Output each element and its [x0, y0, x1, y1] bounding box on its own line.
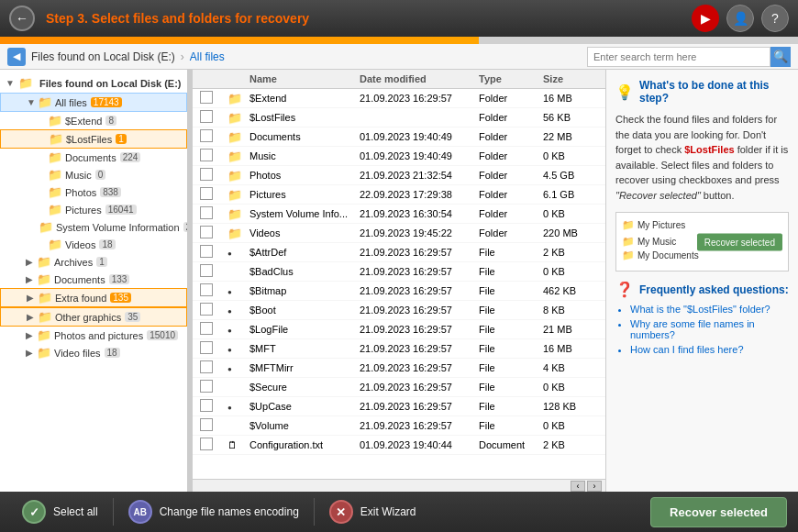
table-row[interactable]: ● $Boot 21.09.2023 16:29:57 File 8 KB — [193, 301, 605, 320]
table-row[interactable]: ● $Bitmap 21.09.2023 16:29:57 File 462 K… — [193, 282, 605, 301]
row-checkbox[interactable] — [200, 303, 227, 317]
preview-folder-icon: 📁 — [622, 249, 635, 261]
help-button[interactable]: ? — [761, 5, 789, 32]
table-row[interactable]: 📁 $Extend 21.09.2023 16:29:57 Folder 16 … — [193, 89, 605, 108]
encode-label: Change file names encoding — [160, 505, 299, 518]
help-body-text: Check the found files and folders for th… — [615, 112, 789, 203]
tree-item-documents[interactable]: 📁 Documents 224 — [0, 149, 187, 166]
row-checkbox[interactable] — [200, 129, 227, 144]
tree-item-photos[interactable]: 📁 Photos 838 — [0, 183, 187, 201]
preview-item-label: My Documents — [637, 250, 699, 260]
row-size: 6.1 GB — [543, 189, 598, 200]
encode-button[interactable]: AB Change file names encoding — [117, 496, 310, 527]
tree-item-extend[interactable]: 📁 $Extend 8 — [0, 112, 187, 129]
row-checkbox[interactable] — [200, 438, 227, 452]
tree-item-documents2[interactable]: ▶ 📁 Documents 133 — [0, 271, 187, 288]
tree-item-label: Archives — [54, 257, 93, 268]
row-name: $Volume — [249, 420, 360, 431]
table-row[interactable]: 📁 Documents 01.09.2023 19:40:49 Folder 2… — [193, 127, 605, 147]
row-checkbox[interactable] — [200, 380, 227, 394]
table-row[interactable]: ● $MFT 21.09.2023 16:29:57 File 16 MB — [193, 339, 605, 359]
row-date: 21.09.2023 16:29:57 — [360, 305, 479, 316]
row-type-icon: ● — [227, 401, 249, 412]
row-checkbox[interactable] — [200, 149, 227, 163]
table-row[interactable]: 📁 System Volume Info... 21.09.2023 16:30… — [193, 205, 605, 224]
scroll-left-button[interactable]: ‹ — [571, 481, 585, 492]
tree-item-photos-pictures[interactable]: ▶ 📁 Photos and pictures 15010 — [0, 327, 187, 344]
tree-item-pictures[interactable]: 📁 Pictures 16041 — [0, 201, 187, 218]
table-row[interactable]: $Secure 21.09.2023 16:29:57 File 0 KB — [193, 378, 605, 397]
table-row[interactable]: 📁 Music 01.09.2023 19:40:49 Folder 0 KB — [193, 147, 605, 166]
row-checkbox[interactable] — [200, 226, 227, 240]
breadcrumb-current[interactable]: All files — [190, 50, 225, 63]
table-row[interactable]: ● $UpCase 21.09.2023 16:29:57 File 128 K… — [193, 397, 605, 416]
table-row[interactable]: ● $AttrDef 21.09.2023 16:29:57 File 2 KB — [193, 243, 605, 262]
table-row[interactable]: 🗒 Configuration.txt 01.09.2023 19:40:44 … — [193, 436, 605, 455]
row-name: $Bitmap — [249, 285, 360, 296]
tree-item-sysvolinfo[interactable]: 📁 System Volume Information 2 — [0, 218, 187, 236]
tree-item-videos[interactable]: 📁 Videos 18 — [0, 236, 187, 253]
tree-item-other-graphics[interactable]: ▶ 📁 Other graphics 35 — [0, 307, 187, 327]
recover-selected-button[interactable]: Recover selected — [650, 497, 787, 527]
row-checkbox[interactable] — [200, 264, 227, 279]
faq-item-2[interactable]: Why are some file names in numbers? — [630, 318, 789, 340]
faq-item-3[interactable]: How can I find files here? — [630, 344, 789, 355]
row-checkbox[interactable] — [200, 245, 227, 260]
row-checkbox[interactable] — [200, 206, 227, 221]
search-button[interactable]: 🔍 — [770, 47, 791, 67]
tree-item-all-files[interactable]: ▼ 📁 All files 17143 — [0, 93, 187, 112]
row-checkbox[interactable] — [200, 110, 227, 125]
table-row[interactable]: 📁 $LostFiles Folder 56 KB — [193, 108, 605, 127]
tree-item-extra-found[interactable]: ▶ 📁 Extra found 135 — [0, 288, 187, 307]
col-header-type[interactable]: Type — [479, 73, 543, 84]
tree-item-label: Documents — [54, 274, 105, 285]
table-row[interactable]: $Volume 21.09.2023 16:29:57 File 0 KB — [193, 416, 605, 436]
row-checkbox[interactable] — [200, 418, 227, 433]
youtube-icon: ▶ — [701, 11, 711, 26]
table-row[interactable]: 📁 Photos 21.09.2023 21:32:54 Folder 4.5 … — [193, 166, 605, 185]
youtube-button[interactable]: ▶ — [692, 5, 719, 32]
tree-item-archives[interactable]: ▶ 📁 Archives 1 — [0, 253, 187, 271]
titlebar: ← Step 3. Select files and folders for r… — [0, 0, 798, 37]
row-type: File — [479, 362, 543, 373]
col-header-name[interactable]: Name — [249, 73, 360, 84]
row-checkbox[interactable] — [200, 91, 227, 105]
table-row[interactable]: ● $MFTMirr 21.09.2023 16:29:57 File 4 KB — [193, 359, 605, 378]
table-row[interactable]: 📁 Videos 21.09.2023 19:45:22 Folder 220 … — [193, 224, 605, 243]
row-checkbox[interactable] — [200, 168, 227, 183]
row-checkbox[interactable] — [200, 283, 227, 298]
table-row[interactable]: 📁 Pictures 22.09.2023 17:29:38 Folder 6.… — [193, 185, 605, 205]
row-type-icon: 🗒 — [227, 439, 249, 450]
tree-item-lostfiles[interactable]: 📁 $LostFiles 1 — [0, 129, 187, 149]
row-size: 21 MB — [543, 324, 598, 335]
row-checkbox[interactable] — [200, 341, 227, 356]
col-header-size[interactable]: Size — [543, 73, 598, 84]
col-header-date[interactable]: Date modified — [360, 73, 479, 84]
tree-item-music[interactable]: 📁 Music 0 — [0, 166, 187, 183]
row-size: 2 KB — [543, 439, 598, 450]
tree-item-video-files[interactable]: ▶ 📁 Video files 18 — [0, 344, 187, 361]
tree-item-badge: 224 — [120, 152, 141, 162]
row-checkbox[interactable] — [200, 187, 227, 202]
user-button[interactable]: 👤 — [726, 5, 754, 32]
row-date: 01.09.2023 19:40:44 — [360, 439, 479, 450]
row-checkbox[interactable] — [200, 399, 227, 414]
search-input[interactable] — [587, 47, 770, 67]
scroll-right-button[interactable]: › — [587, 481, 602, 492]
preview-recover-button[interactable]: Recover selected — [697, 233, 782, 250]
table-row[interactable]: $BadClus 21.09.2023 16:29:57 File 0 KB — [193, 262, 605, 282]
faq-item-1[interactable]: What is the "$LostFiles" folder? — [630, 304, 789, 315]
search-icon: 🔍 — [773, 50, 788, 63]
row-checkbox[interactable] — [200, 360, 227, 375]
tree-expand-icon: ▼ — [6, 78, 15, 88]
exit-button[interactable]: ✕ Exit Wizard — [318, 496, 427, 527]
titlebar-icons: ▶ 👤 ? — [692, 5, 789, 32]
row-date: 21.09.2023 16:29:57 — [360, 247, 479, 258]
table-row[interactable]: ● $LogFile 21.09.2023 16:29:57 File 21 M… — [193, 320, 605, 339]
select-all-button[interactable]: ✓ Select all — [11, 496, 109, 527]
back-button[interactable]: ← — [9, 6, 35, 31]
breadcrumb-back-button[interactable]: ◀ — [7, 48, 26, 66]
main-content: ▼ 📁 Files found on Local Disk (E:) ▼ 📁 A… — [0, 70, 798, 492]
folder-icon: 📁 — [37, 328, 51, 342]
row-checkbox[interactable] — [200, 322, 227, 337]
